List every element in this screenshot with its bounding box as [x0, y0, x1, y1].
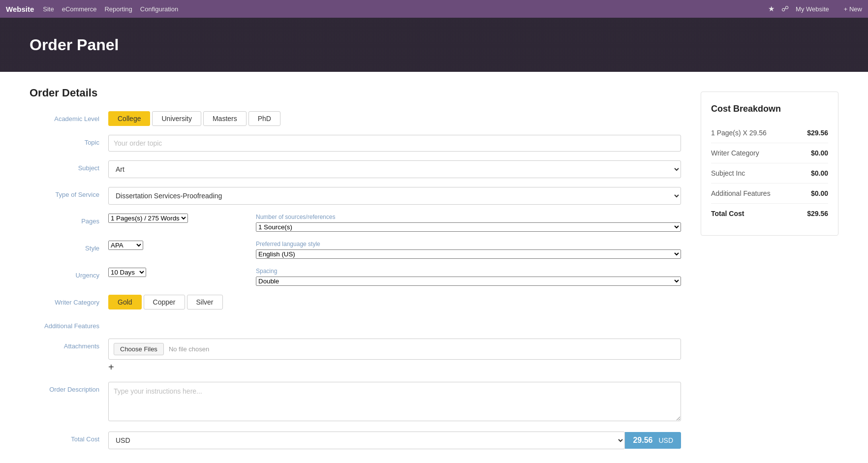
nav-brand[interactable]: Website [6, 5, 34, 13]
style-select-wrap: APA MLA Chicago [108, 241, 246, 250]
currency-select[interactable]: USD EUR GBP [108, 432, 625, 449]
language-select[interactable]: English (US) English (UK) [256, 249, 681, 259]
subject-select[interactable]: Art Sciences Mathematics [108, 160, 681, 178]
urgency-select[interactable]: 10 Days 7 Days 5 Days 3 Days 24 Hours [108, 268, 146, 277]
additional-features-row: Additional Features [30, 318, 681, 330]
topic-input-wrap [108, 135, 681, 152]
hero-section: Order Panel [0, 18, 868, 72]
breakdown-label-0: 1 Page(s) X 29.56 [711, 129, 767, 137]
level-university-btn[interactable]: University [152, 111, 201, 126]
order-description-textarea[interactable] [108, 382, 681, 421]
level-phd-btn[interactable]: PhD [248, 111, 280, 126]
breakdown-row-total: Total Cost $29.56 [711, 204, 828, 223]
subject-label: Subject [30, 160, 108, 172]
pages-select-wrap: 1 Pages(s) / 275 Words 2 Pages(s) / 550 … [108, 214, 246, 223]
writer-category-buttons: Gold Copper Silver [108, 295, 681, 309]
choose-files-button[interactable]: Choose Files [114, 343, 164, 355]
order-description-wrap [108, 382, 681, 423]
pages-label: Pages [30, 214, 108, 225]
urgency-select-wrap: 10 Days 7 Days 5 Days 3 Days 24 Hours [108, 268, 246, 277]
my-website-menu[interactable]: My Website [796, 5, 829, 13]
sources-wrap: Number of sources/references 1 Source(s)… [246, 214, 681, 232]
file-input-container: Choose Files No file chosen [108, 339, 681, 360]
breakdown-label-total: Total Cost [711, 210, 744, 217]
pages-select[interactable]: 1 Pages(s) / 275 Words 2 Pages(s) / 550 … [108, 214, 188, 223]
page-title: Order Panel [30, 36, 119, 54]
language-label: Preferred language style [256, 241, 681, 247]
breakdown-row-3: Additional Features $0.00 [711, 184, 828, 204]
academic-level-row: Academic Level College University Master… [30, 111, 681, 126]
notification-icon[interactable]: ★ [768, 4, 775, 13]
nav-right: ★ ☍ My Website + New [768, 4, 862, 13]
additional-features-label: Additional Features [30, 318, 108, 330]
academic-level-buttons: College University Masters PhD [108, 111, 681, 126]
writer-silver-btn[interactable]: Silver [187, 295, 223, 309]
breakdown-row-1: Writer Category $0.00 [711, 143, 828, 163]
sources-select[interactable]: 1 Source(s) 2 Source(s) [256, 222, 681, 232]
nav-item-reporting[interactable]: Reporting [104, 5, 132, 13]
academic-level-label: Academic Level [30, 111, 108, 123]
type-of-service-row: Type of Service Dissertation Services-Pr… [30, 187, 681, 205]
style-language-row: Style APA MLA Chicago Preferred language… [30, 241, 681, 259]
order-description-label: Order Description [30, 382, 108, 393]
breakdown-label-3: Additional Features [711, 189, 771, 197]
writer-category-label: Writer Category [30, 295, 108, 306]
breakdown-value-3: $0.00 [811, 189, 828, 197]
nav-item-configuration[interactable]: Configuration [140, 5, 178, 13]
top-nav: Website Site eCommerce Reporting Configu… [0, 0, 868, 18]
total-cost-label: Total Cost [30, 432, 108, 443]
level-masters-btn[interactable]: Masters [203, 111, 247, 126]
writer-copper-btn[interactable]: Copper [144, 295, 185, 309]
nav-item-ecommerce[interactable]: eCommerce [62, 5, 97, 13]
breakdown-row-0: 1 Page(s) X 29.56 $29.56 [711, 123, 828, 143]
attachments-wrap: Choose Files No file chosen + [108, 339, 681, 373]
topic-label: Topic [30, 135, 108, 146]
writer-category-row: Writer Category Gold Copper Silver [30, 295, 681, 309]
cost-breakdown-sidebar: Cost Breakdown 1 Page(s) X 29.56 $29.56 … [701, 92, 838, 236]
style-label: Style [30, 241, 108, 252]
order-description-row: Order Description [30, 382, 681, 423]
total-cost-controls: USD EUR GBP 29.56 USD [108, 432, 681, 449]
cost-breakdown-title: Cost Breakdown [711, 104, 828, 114]
language-wrap: Preferred language style English (US) En… [246, 241, 681, 259]
spacing-select[interactable]: Double Single [256, 277, 681, 286]
pages-sources-row: Pages 1 Pages(s) / 275 Words 2 Pages(s) … [30, 214, 681, 232]
breakdown-value-total: $29.56 [807, 210, 828, 217]
breakdown-value-2: $0.00 [811, 169, 828, 177]
form-section-title: Order Details [30, 87, 681, 99]
urgency-spacing-row: Urgency 10 Days 7 Days 5 Days 3 Days 24 … [30, 268, 681, 286]
breakdown-value-0: $29.56 [807, 129, 828, 137]
topic-input[interactable] [108, 135, 681, 152]
cost-amount: 29.56 [633, 436, 652, 445]
academic-level-btn-group: College University Masters PhD [108, 111, 681, 126]
no-file-text: No file chosen [169, 345, 209, 353]
style-select[interactable]: APA MLA Chicago [108, 241, 143, 250]
level-college-btn[interactable]: College [108, 111, 150, 126]
total-cost-row: Total Cost USD EUR GBP 29.56 USD [30, 432, 681, 449]
cost-currency-display: USD [658, 436, 673, 444]
spacing-label: Spacing [256, 268, 681, 275]
breakdown-label-1: Writer Category [711, 149, 759, 157]
mobile-icon[interactable]: ☍ [781, 4, 789, 13]
add-attachment-button[interactable]: + [108, 362, 114, 373]
cost-display: 29.56 USD [625, 432, 681, 449]
breakdown-value-1: $0.00 [811, 149, 828, 157]
attachments-label: Attachments [30, 339, 108, 350]
type-of-service-label: Type of Service [30, 187, 108, 198]
writer-btn-group: Gold Copper Silver [108, 295, 681, 309]
topic-row: Topic [30, 135, 681, 152]
subject-select-wrap: Art Sciences Mathematics [108, 160, 681, 178]
new-button[interactable]: + New [844, 5, 862, 13]
writer-gold-btn[interactable]: Gold [108, 295, 142, 309]
breakdown-label-2: Subject Inc [711, 169, 745, 177]
subject-row: Subject Art Sciences Mathematics [30, 160, 681, 178]
attachments-row: Attachments Choose Files No file chosen … [30, 339, 681, 373]
sources-label: Number of sources/references [256, 214, 681, 220]
urgency-label: Urgency [30, 268, 108, 279]
breakdown-row-2: Subject Inc $0.00 [711, 163, 828, 184]
type-of-service-select[interactable]: Dissertation Services-Proofreading Essay… [108, 187, 681, 205]
main-content: Order Details Academic Level College Uni… [0, 72, 868, 463]
spacing-wrap: Spacing Double Single [246, 268, 681, 286]
nav-item-site[interactable]: Site [43, 5, 54, 13]
total-cost-wrap: USD EUR GBP 29.56 USD [108, 432, 681, 449]
